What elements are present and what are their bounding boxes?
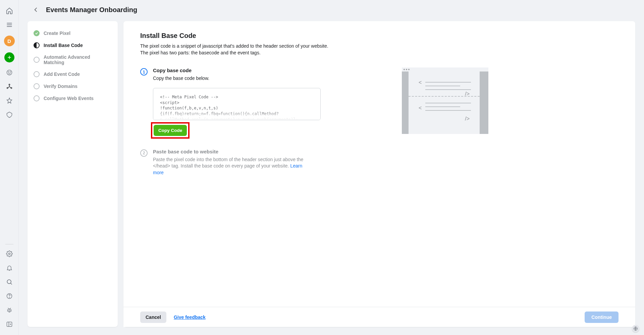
half-circle-icon [34,42,40,48]
main-panel: Install Base Code The pixel code is a sn… [123,21,635,327]
page-header: Events Manager Onboarding [19,0,644,19]
step-label: Automatic Advanced Matching [44,54,112,65]
give-feedback-link[interactable]: Give feedback [174,315,206,320]
events-manager-icon[interactable] [3,81,15,93]
cancel-button[interactable]: Cancel [140,312,166,323]
step2-title: Paste base code to website [153,149,388,154]
step-label: Add Event Code [44,71,80,77]
step2-subtitle: Paste the pixel code into the bottom of … [153,156,307,176]
search-icon[interactable] [3,276,15,288]
svg-point-10 [11,88,12,89]
svg-point-5 [7,70,12,75]
step1-title: Copy base code [153,67,388,73]
global-nav-rail: D [0,0,19,335]
footer-bar: Cancel Give feedback Continue [123,307,635,327]
step-label: Create Pixel [44,31,70,36]
step-advanced-matching[interactable]: Automatic Advanced Matching [33,51,112,68]
back-button[interactable] [31,5,41,14]
copy-code-highlight: Copy Code [151,122,190,139]
svg-point-7 [10,71,10,72]
svg-point-12 [7,280,11,284]
step-label: Install Base Code [44,43,83,48]
menu-icon[interactable] [3,19,15,31]
svg-line-13 [10,283,12,284]
circle-icon [34,71,40,77]
continue-button[interactable]: Continue [585,312,619,323]
circle-icon [34,83,40,89]
globe-icon[interactable] [632,325,639,332]
step-label: Configure Web Events [44,96,94,101]
check-icon [34,30,40,36]
svg-point-11 [8,253,10,255]
help-icon[interactable] [3,290,15,302]
section-description-1: The pixel code is a snippet of javascrip… [140,43,619,50]
svg-point-9 [7,88,8,89]
avatar[interactable]: D [4,36,15,46]
setup-steps-panel: Create Pixel Install Base Code Automatic… [28,21,118,327]
step-configure-web-events[interactable]: Configure Web Events [33,92,112,104]
step-number-2: 2 [140,149,148,157]
collapse-icon[interactable] [3,318,15,330]
step1-subtitle: Copy the base code below. [153,75,388,82]
step-number-1: 1 [140,68,148,76]
commerce-icon[interactable] [3,109,15,121]
step-add-event-code[interactable]: Add Event Code [33,68,112,80]
section-title: Install Base Code [140,32,619,40]
svg-point-6 [8,71,9,72]
circle-icon [34,57,40,63]
pixel-code-block[interactable]: <!-- Meta Pixel Code --> <script> !funct… [153,88,321,120]
section-description-2: The pixel has two parts: the basecode an… [140,50,619,56]
bug-icon[interactable] [3,304,15,316]
star-icon[interactable] [3,95,15,107]
notifications-icon[interactable] [3,262,15,274]
step-install-base-code[interactable]: Install Base Code [33,39,112,51]
step-label: Verify Domains [44,84,77,89]
browser-illustration: < /> < /> [402,67,488,134]
circle-icon [34,95,40,101]
create-button[interactable] [4,52,14,62]
page-title: Events Manager Onboarding [46,6,137,14]
audiences-icon[interactable] [3,66,15,79]
step-create-pixel[interactable]: Create Pixel [33,27,112,39]
step-verify-domains[interactable]: Verify Domains [33,80,112,92]
settings-icon[interactable] [3,248,15,260]
copy-code-button[interactable]: Copy Code [154,125,187,136]
svg-point-15 [9,297,9,298]
svg-point-8 [9,84,10,85]
home-icon[interactable] [3,5,15,17]
